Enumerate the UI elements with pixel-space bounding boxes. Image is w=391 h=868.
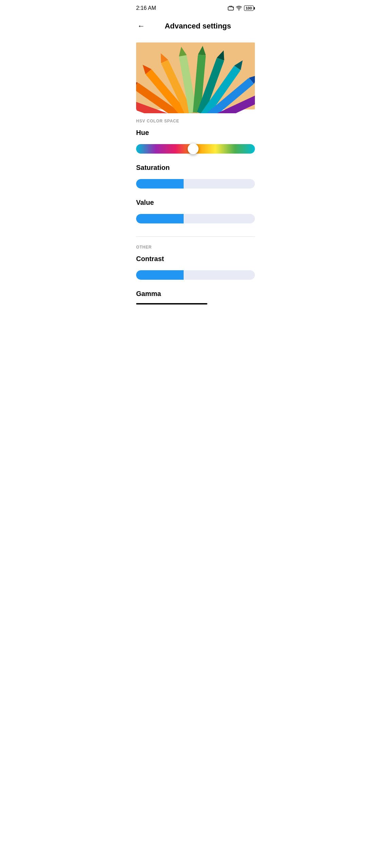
value-section: Value (129, 199, 262, 234)
gamma-bar (136, 303, 207, 304)
hue-track[interactable] (136, 144, 255, 154)
contrast-filled (136, 270, 184, 280)
contrast-track[interactable] (136, 270, 255, 280)
page-header: ← Advanced settings (129, 15, 262, 39)
status-icons: 100 (228, 5, 255, 11)
status-time: 2:16 AM (136, 5, 156, 11)
gamma-title: Gamma (136, 290, 255, 298)
value-track[interactable] (136, 214, 255, 223)
saturation-section: Saturation (129, 164, 262, 199)
gamma-section: Gamma (129, 290, 262, 313)
hsv-section-label: HSV COLOR SPACE (129, 119, 262, 123)
contrast-unfilled (184, 270, 255, 280)
hue-section: Hue (129, 129, 262, 164)
back-button[interactable]: ← (136, 20, 146, 32)
section-divider (136, 236, 255, 237)
saturation-filled (136, 179, 184, 189)
page-title: Advanced settings (153, 22, 243, 31)
value-unfilled (184, 214, 255, 223)
saturation-slider-container[interactable] (136, 177, 255, 191)
battery-icon: 100 (244, 5, 255, 11)
hue-slider-container[interactable] (136, 142, 255, 156)
hue-thumb[interactable] (188, 143, 199, 154)
camera-icon (228, 6, 234, 11)
value-slider-container[interactable] (136, 212, 255, 225)
contrast-title: Contrast (136, 255, 255, 263)
saturation-title: Saturation (136, 164, 255, 172)
contrast-slider-container[interactable] (136, 268, 255, 282)
value-filled (136, 214, 184, 223)
hue-title: Hue (136, 129, 255, 137)
saturation-track[interactable] (136, 179, 255, 189)
contrast-section: Contrast (129, 255, 262, 290)
preview-image (136, 39, 255, 113)
other-section-label: OTHER (129, 245, 262, 250)
value-title: Value (136, 199, 255, 206)
wifi-icon (236, 6, 242, 11)
saturation-unfilled (184, 179, 255, 189)
svg-rect-1 (230, 6, 232, 7)
status-bar: 2:16 AM 100 (129, 0, 262, 15)
